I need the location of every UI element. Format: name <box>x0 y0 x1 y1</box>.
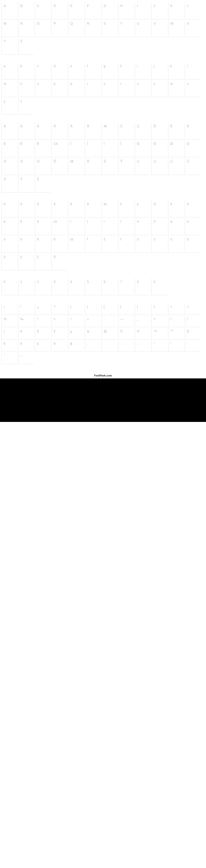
glyph-cell: Ñ <box>151 141 167 157</box>
glyph-cell: ø <box>168 218 184 235</box>
glyph-cell: { <box>135 303 151 315</box>
glyph-cell: ã <box>85 200 101 217</box>
glyph-cell: G <box>101 2 117 19</box>
glyph-cell: ń <box>135 218 151 235</box>
glyph-cell: 2 <box>35 278 51 295</box>
glyph-cell: ™ <box>151 328 167 340</box>
glyph-cell: × <box>52 316 67 327</box>
glyph-cell: W <box>168 20 184 37</box>
glyph-cell: l <box>185 63 201 80</box>
glyph-cell: ” <box>168 340 184 352</box>
glyph-cell: ch <box>52 218 67 235</box>
glyph-cell: b <box>18 63 34 80</box>
glyph-cell: s <box>101 80 117 97</box>
glyph-cell: h <box>118 63 134 80</box>
glyph-cell: œ <box>68 236 84 253</box>
glyph-cell: Ch <box>52 141 67 157</box>
glyph-cell: B <box>18 2 34 19</box>
glyph-cell: X <box>185 20 201 37</box>
glyph-cell: Ø <box>168 141 184 157</box>
glyph-cell: J <box>151 2 167 19</box>
glyph-cell: 5 <box>85 278 101 295</box>
glyph-cell: û <box>1 253 18 270</box>
glyph-cell: a <box>1 63 18 80</box>
glyph-cell: + <box>85 316 101 327</box>
glyph-cell: æ <box>101 200 117 217</box>
glyph-cell: ö <box>18 236 34 253</box>
glyph-cell: ï <box>101 218 117 235</box>
glyph-cell: Ã <box>85 123 101 140</box>
glyph-cell: ù <box>135 236 151 253</box>
glyph-cell: ‰ <box>18 316 34 327</box>
glyph-cell: 8 <box>135 278 151 295</box>
glyph-cell: g <box>101 63 117 80</box>
glyph-cell: é <box>185 200 201 217</box>
glyph-cell: ¶ <box>52 328 67 340</box>
glyph-cell: Ä <box>35 123 51 140</box>
glyph-cell: t <box>118 80 134 97</box>
glyph-cell: - <box>101 316 117 327</box>
glyph-cell: ò <box>185 218 201 235</box>
glyph-cell: ฿ <box>68 340 84 352</box>
glyph-cell: € <box>1 340 18 352</box>
glyph-cell: © <box>118 328 134 340</box>
glyph-cell: d <box>52 63 67 80</box>
glyph-section: abcdefghijklmnopqrstuvwxyz <box>1 63 205 116</box>
glyph-cell: Ö <box>18 158 34 175</box>
glyph-cell: ß <box>52 253 67 270</box>
glyph-cell: * <box>35 316 51 327</box>
glyph-cell: : <box>118 340 134 352</box>
glyph-cell: ¡ <box>1 303 18 315</box>
glyph-cell: | <box>1 328 18 340</box>
glyph-cell: ÷ <box>68 316 84 327</box>
glyph-cell: Å <box>52 123 67 140</box>
glyph-cell: Ń <box>135 141 151 157</box>
glyph-cell: ¢ <box>18 340 34 352</box>
glyph-section: àáäåâãæčçďèéëěêchìíïîńñøòóöôõœřšťùúüůûýž… <box>1 200 205 271</box>
glyph-cell: Ì <box>68 141 84 157</box>
glyph-cell: T <box>118 20 134 37</box>
glyph-cell: š <box>101 236 117 253</box>
glyph-cell: ç <box>135 200 151 217</box>
glyph-cell: É <box>185 123 201 140</box>
glyph-cell: Ò <box>185 141 201 157</box>
glyph-cell: Œ <box>68 158 84 175</box>
glyph-cell: ( <box>68 303 84 315</box>
glyph-cell: Ô <box>35 158 51 175</box>
glyph-cell: ; <box>135 340 151 352</box>
glyph-cell: Ó <box>1 158 18 175</box>
glyph-cell: j <box>151 63 167 80</box>
glyph-cell: 7 <box>118 278 134 295</box>
glyph-cell: K <box>168 2 184 19</box>
glyph-cell: $ <box>185 328 201 340</box>
glyph-cell: 3 <box>52 278 67 295</box>
glyph-cell: \ <box>185 316 201 327</box>
glyph-cell: ě <box>18 218 34 235</box>
glyph-cell: ˆ <box>1 352 18 364</box>
glyph-cell: Õ <box>52 158 67 175</box>
glyph-cell: , <box>85 340 101 352</box>
glyph-cell: R <box>85 20 101 37</box>
glyph-cell: ô <box>35 236 51 253</box>
glyph-cell: ë <box>1 218 18 235</box>
glyph-cell: È <box>168 123 184 140</box>
glyph-cell: y <box>1 98 18 115</box>
glyph-cell: Ú <box>151 158 167 175</box>
glyph-cell: e <box>68 63 84 80</box>
glyph-cell: N <box>18 20 34 37</box>
glyph-cell: & <box>85 328 101 340</box>
footer-black-bar <box>0 378 206 422</box>
glyph-cell: Î <box>118 141 134 157</box>
glyph-cell: ? <box>52 303 67 315</box>
glyph-cell: r <box>85 80 101 97</box>
glyph-cell: i <box>135 63 151 80</box>
glyph-cell: v <box>151 80 167 97</box>
glyph-cell: 9 <box>151 278 167 295</box>
glyph-cell: # <box>18 328 34 340</box>
glyph-cell: 1 <box>18 278 34 295</box>
glyph-cell: w <box>168 80 184 97</box>
glyph-cell: O <box>35 20 51 37</box>
glyph-cell: ó <box>1 236 18 253</box>
glyph-cell: Â <box>68 123 84 140</box>
glyph-cell: á <box>18 200 34 217</box>
